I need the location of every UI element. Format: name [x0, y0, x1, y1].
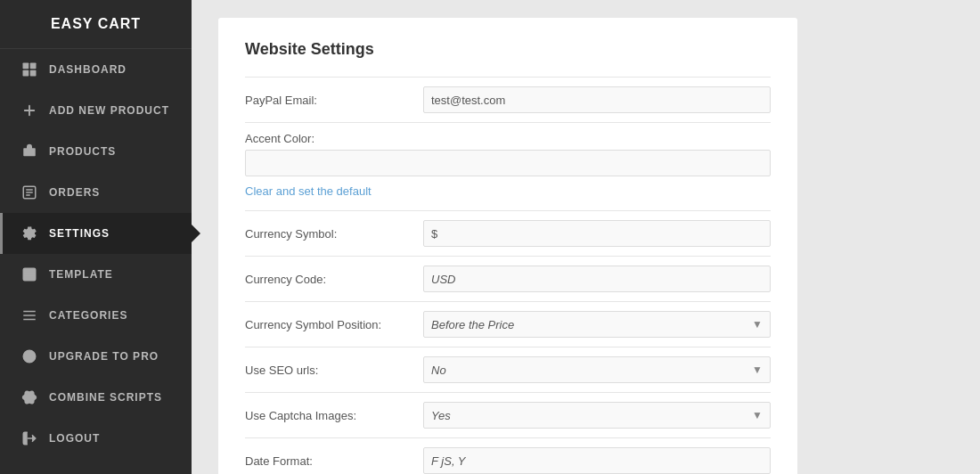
sidebar-label-upgrade-to-pro: UPGRADE TO PRO: [49, 350, 159, 363]
sidebar-label-settings: SETTINGS: [49, 227, 110, 240]
currency-symbol-row: Currency Symbol: $: [245, 210, 771, 256]
dashboard-icon: [20, 61, 38, 78]
currency-position-label: Currency Symbol Position:: [245, 318, 423, 331]
accent-color-row: Accent Color: Clear and set the default: [245, 122, 771, 210]
page-title: Website Settings: [245, 40, 771, 59]
sidebar-item-logout[interactable]: LOGOUT: [0, 418, 192, 459]
captcha-select[interactable]: Yes ▼: [423, 402, 771, 429]
categories-icon: [20, 306, 38, 324]
app-title: EASY CART: [0, 0, 192, 49]
sidebar-item-dashboard[interactable]: DASHBOARD: [0, 49, 192, 90]
currency-code-row: Currency Code: USD: [245, 256, 771, 301]
sidebar-item-add-new-product[interactable]: ADD NEW PRODUCT: [0, 90, 192, 131]
sidebar-label-categories: CATEGORIES: [49, 309, 127, 322]
currency-code-label: Currency Code:: [245, 273, 423, 286]
date-format-value[interactable]: F jS, Y: [423, 447, 771, 474]
chevron-down-icon: ▼: [752, 409, 763, 421]
chevron-down-icon: ▼: [752, 364, 763, 376]
seo-urls-label: Use SEO urls:: [245, 364, 423, 377]
seo-urls-value: No: [431, 364, 446, 377]
accent-color-label: Accent Color:: [245, 132, 423, 145]
sidebar-item-products[interactable]: PRODUCTS: [0, 131, 192, 172]
currency-code-value[interactable]: USD: [423, 266, 771, 292]
chevron-down-icon: ▼: [752, 318, 763, 331]
products-icon: [20, 143, 38, 160]
sidebar-item-settings[interactable]: SETTINGS: [0, 213, 192, 254]
sidebar-label-products: PRODUCTS: [49, 145, 116, 158]
currency-symbol-value[interactable]: $: [423, 220, 771, 247]
currency-position-value: Before the Price: [431, 318, 514, 331]
accent-color-input-wrap: Clear and set the default: [245, 150, 771, 201]
upgrade-icon: [20, 347, 38, 365]
main-content: Website Settings PayPal Email: test@test…: [192, 0, 980, 474]
add-icon: [20, 102, 38, 119]
clear-default-link[interactable]: Clear and set the default: [245, 181, 771, 201]
sidebar-label-orders: ORDERS: [49, 186, 100, 199]
paypal-email-label: PayPal Email:: [245, 94, 423, 107]
logout-icon: [20, 429, 38, 447]
currency-position-row: Currency Symbol Position: Before the Pri…: [245, 301, 771, 347]
sidebar-item-orders[interactable]: ORDERS: [0, 172, 192, 213]
sidebar-label-add-new-product: ADD NEW PRODUCT: [49, 104, 169, 117]
combine-icon: [20, 388, 38, 406]
svg-rect-0: [23, 63, 29, 69]
sidebar-item-categories[interactable]: CATEGORIES: [0, 295, 192, 336]
orders-icon: [20, 184, 38, 201]
sidebar-item-template[interactable]: TEMPLATE: [0, 254, 192, 295]
accent-color-input[interactable]: [245, 150, 771, 176]
settings-icon: [20, 225, 38, 242]
captcha-label: Use Captcha Images:: [245, 409, 423, 422]
sidebar-item-combine-scripts[interactable]: COMBINE SCRIPTS: [0, 377, 192, 418]
date-format-row: Date Format: F jS, Y: [245, 437, 771, 474]
sidebar-item-upgrade-to-pro[interactable]: UPGRADE TO PRO: [0, 336, 192, 377]
currency-symbol-label: Currency Symbol:: [245, 227, 423, 241]
date-format-label: Date Format:: [245, 454, 423, 468]
svg-rect-1: [30, 63, 37, 69]
captcha-value: Yes: [431, 409, 451, 422]
template-icon: [20, 266, 38, 283]
seo-urls-select[interactable]: No ▼: [423, 356, 771, 383]
paypal-email-value[interactable]: test@test.com: [423, 86, 771, 113]
svg-rect-2: [23, 70, 29, 77]
captcha-row: Use Captcha Images: Yes ▼: [245, 392, 771, 437]
currency-position-select[interactable]: Before the Price ▼: [423, 311, 771, 338]
paypal-email-row: PayPal Email: test@test.com: [245, 77, 771, 122]
svg-rect-8: [23, 268, 36, 281]
sidebar-label-logout: LOGOUT: [49, 432, 100, 445]
svg-rect-3: [30, 70, 37, 77]
sidebar-label-combine-scripts: COMBINE SCRIPTS: [49, 391, 162, 404]
sidebar-label-dashboard: DASHBOARD: [49, 63, 127, 76]
seo-urls-row: Use SEO urls: No ▼: [245, 347, 771, 392]
sidebar-label-template: TEMPLATE: [49, 268, 113, 281]
settings-card: Website Settings PayPal Email: test@test…: [218, 18, 797, 474]
sidebar: EASY CART DASHBOARD ADD NEW PRODUCT PROD…: [0, 0, 192, 474]
